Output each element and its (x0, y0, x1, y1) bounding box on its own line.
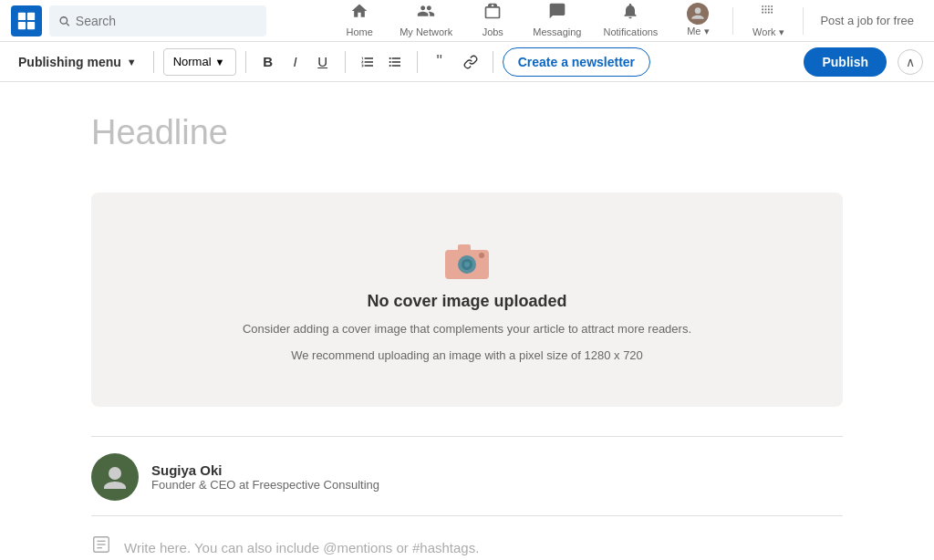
nav-network-label: My Network (400, 26, 452, 37)
nav-divider (732, 7, 733, 35)
network-icon (417, 2, 435, 25)
search-bar[interactable] (49, 5, 266, 36)
author-avatar (91, 453, 139, 501)
nav-item-notifications[interactable]: Notifications (594, 0, 667, 42)
home-icon (350, 2, 368, 25)
text-block-icon (91, 534, 111, 560)
publishing-menu[interactable]: Publishing menu ▼ (11, 51, 144, 73)
format-buttons: B I U (255, 49, 336, 75)
publish-button[interactable]: Publish (804, 47, 887, 77)
toolbar-divider-2 (245, 51, 246, 73)
author-name: Sugiya Oki (151, 462, 379, 478)
search-input[interactable] (76, 14, 257, 28)
svg-point-6 (695, 7, 701, 14)
author-title: Founder & CEO at Freespective Consulting (151, 478, 379, 492)
editor-toolbar: Publishing menu ▼ Normal ▼ B I U " Creat… (0, 42, 934, 82)
bold-button[interactable]: B (255, 49, 281, 75)
format-dropdown[interactable]: Normal ▼ (163, 48, 236, 76)
svg-line-5 (67, 23, 69, 26)
svg-rect-10 (458, 244, 471, 252)
link-button[interactable] (458, 49, 483, 75)
nav-messaging-label: Messaging (533, 26, 581, 37)
author-info: Sugiya Oki Founder & CEO at Freespective… (151, 462, 379, 492)
cover-description-2: We recommend uploading an image with a p… (291, 347, 643, 365)
camera-icon (440, 235, 494, 283)
svg-point-4 (60, 16, 67, 23)
format-label: Normal (173, 55, 212, 68)
svg-rect-2 (18, 21, 26, 28)
nav-item-home[interactable]: Home (332, 0, 387, 42)
italic-button[interactable]: I (283, 49, 308, 75)
nav-home-label: Home (347, 26, 373, 37)
chevron-down-icon: ▼ (127, 57, 137, 67)
notifications-icon (621, 2, 639, 25)
toolbar-divider-1 (153, 51, 154, 73)
svg-point-12 (464, 262, 470, 267)
svg-point-13 (109, 467, 121, 480)
cover-image-upload-area[interactable]: No cover image uploaded Consider adding … (91, 192, 843, 407)
nav-item-work[interactable]: Work ▾ (741, 0, 795, 42)
nav-work-label: Work ▾ (752, 26, 784, 38)
search-icon (58, 15, 70, 27)
write-area[interactable]: Write here. You can also include @mentio… (91, 534, 843, 560)
nav-item-me[interactable]: Me ▾ (670, 0, 725, 42)
top-navigation: Home My Network Jobs Messaging Notificat… (0, 0, 934, 42)
svg-point-11 (479, 253, 484, 258)
svg-rect-0 (18, 12, 26, 19)
unordered-list-button[interactable] (382, 49, 408, 75)
post-job-button[interactable]: Post a job for free (811, 8, 923, 33)
jobs-icon (483, 2, 502, 25)
nav-jobs-label: Jobs (483, 26, 503, 37)
svg-rect-3 (27, 21, 35, 28)
ordered-list-button[interactable] (355, 49, 380, 75)
nav-notifications-label: Notifications (603, 26, 658, 37)
no-cover-title: No cover image uploaded (367, 292, 566, 311)
toolbar-divider-4 (417, 51, 418, 73)
underline-button[interactable]: U (310, 49, 336, 75)
headline-input[interactable]: Headline (91, 109, 843, 171)
nav-divider-2 (803, 7, 804, 35)
toolbar-divider-5 (493, 51, 493, 73)
linkedin-logo[interactable] (11, 5, 42, 36)
create-newsletter-button[interactable]: Create a newsletter (503, 47, 650, 77)
format-chevron-icon: ▼ (215, 57, 225, 67)
quote-button[interactable]: " (427, 49, 452, 75)
content-area: Headline No cover image uploaded Conside… (0, 82, 934, 560)
work-icon (759, 2, 777, 25)
messaging-icon (548, 2, 566, 25)
publishing-menu-label: Publishing menu (18, 55, 121, 69)
avatar (687, 3, 709, 25)
svg-rect-1 (27, 12, 35, 19)
nav-me-label: Me ▾ (687, 26, 709, 37)
cover-description-1: Consider adding a cover image that compl… (243, 320, 691, 338)
nav-item-network[interactable]: My Network (390, 0, 462, 42)
collapse-button[interactable]: ∧ (898, 49, 923, 75)
nav-items: Home My Network Jobs Messaging Notificat… (332, 0, 923, 42)
write-placeholder: Write here. You can also include @mentio… (124, 540, 479, 555)
nav-item-jobs[interactable]: Jobs (465, 0, 520, 42)
list-buttons (355, 49, 408, 75)
toolbar-divider-3 (345, 51, 346, 73)
nav-item-messaging[interactable]: Messaging (524, 0, 590, 42)
author-section: Sugiya Oki Founder & CEO at Freespective… (91, 436, 843, 516)
